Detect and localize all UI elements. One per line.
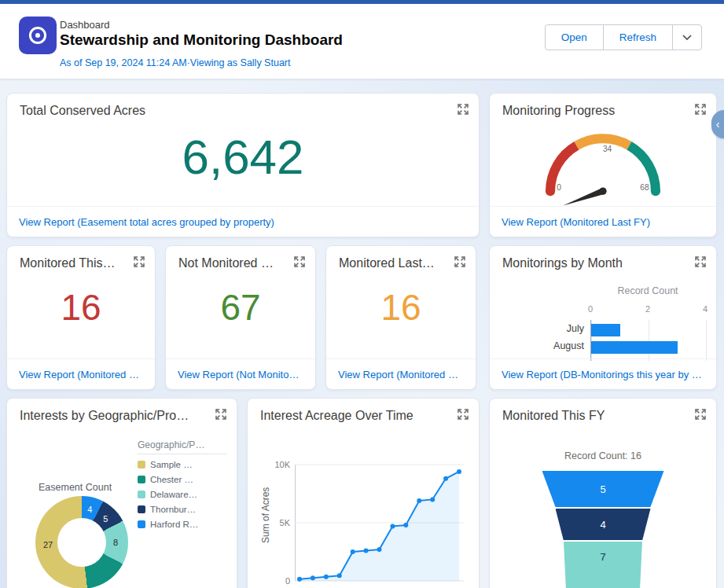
view-report-link[interactable]: View Report (Monitored … — [19, 369, 139, 380]
axis-tick: 10K — [274, 460, 290, 469]
card-total-conserved-acres: Total Conserved Acres 6,642 View Report … — [6, 93, 480, 237]
line-data-point[interactable] — [337, 573, 342, 578]
funnel-segment[interactable]: 4 — [556, 509, 651, 540]
bar-plot-area — [590, 320, 707, 361]
bar-axis-title: Record Count — [590, 285, 705, 296]
legend-label: Harford R… — [150, 520, 198, 529]
more-actions-button[interactable] — [672, 24, 702, 50]
line-data-point[interactable] — [430, 497, 435, 502]
expand-icon[interactable] — [458, 104, 469, 115]
expand-icon[interactable] — [695, 409, 706, 420]
bar-chart: Record Count 0 2 4 July August — [502, 285, 705, 361]
donut-value-label: 27 — [43, 540, 53, 549]
expand-icon[interactable] — [294, 256, 305, 267]
legend-label: Thornbur… — [150, 505, 196, 514]
bar-axis-ticks: 0 2 4 — [590, 304, 705, 315]
funnel-record-count: Record Count: 16 — [490, 450, 716, 461]
line-data-point[interactable] — [311, 575, 315, 580]
line-data-point[interactable] — [324, 575, 329, 579]
bar-july[interactable] — [591, 324, 620, 336]
legend-item[interactable]: Chester … — [138, 475, 227, 484]
dashboard-gauge-icon — [27, 24, 49, 46]
view-report-link[interactable]: View Report (DB-Monitorings this year by… — [502, 369, 702, 380]
legend-title: Geographic/P… — [138, 439, 227, 454]
view-report-link[interactable]: View Report (Easement total acres groupe… — [19, 216, 274, 228]
view-report-link[interactable]: View Report (Monitored Last FY) — [502, 216, 650, 228]
legend-item[interactable]: Harford R… — [138, 520, 227, 529]
series-label: Easement Count — [39, 482, 112, 493]
object-type-label: Dashboard — [60, 19, 110, 31]
line-data-point[interactable] — [297, 577, 302, 582]
line-data-point[interactable] — [457, 469, 461, 474]
refresh-button[interactable]: Refresh — [603, 24, 673, 50]
legend-item[interactable]: Thornbur… — [138, 505, 227, 514]
line-data-point[interactable] — [364, 549, 369, 553]
metric-value: 6,642 — [7, 129, 479, 185]
card-title: Total Conserved Acres — [20, 104, 145, 118]
metric-value: 16 — [326, 286, 476, 329]
metric-value: 16 — [7, 286, 155, 329]
axis-tick: 2 — [645, 304, 650, 314]
view-report-link[interactable]: View Report (Not Monito… — [178, 369, 299, 380]
funnel-segment[interactable]: 7 — [564, 542, 642, 588]
axis-tick: 0 — [588, 304, 593, 314]
expand-icon[interactable] — [215, 409, 226, 420]
gauge-min-label: 0 — [557, 183, 561, 192]
dashboard-subtitle[interactable]: As of Sep 19, 2024 11:24 AM·Viewing as S… — [60, 57, 290, 68]
funnel-value-label: 4 — [600, 519, 605, 531]
chevron-down-icon — [682, 35, 692, 40]
legend-swatch — [138, 476, 145, 483]
expand-icon[interactable] — [458, 409, 469, 420]
line-area-fill — [300, 472, 459, 581]
card-title: Monitoring Progress — [502, 104, 615, 118]
view-report-link[interactable]: View Report (Monitored … — [338, 369, 458, 380]
card-title: Interest Acreage Over Time — [260, 409, 413, 423]
open-button[interactable]: Open — [545, 24, 604, 50]
page-title: Stewardship and Monitoring Dashboard — [60, 31, 343, 49]
card-monitoring-progress: Monitoring Progress 0 34 68 View Report … — [489, 93, 717, 237]
line-data-point[interactable] — [417, 498, 421, 503]
card-monitored-this-fy-funnel: Monitored This FY Record Count: 16 5 4 7 — [489, 398, 717, 588]
interests-donut[interactable]: 45827 — [35, 496, 128, 588]
dashboard-header: Dashboard Stewardship and Monitoring Das… — [0, 4, 724, 79]
card-title: Monitorings by Month — [502, 256, 623, 270]
line-data-point[interactable] — [377, 547, 382, 552]
dashboard-page: Dashboard Stewardship and Monitoring Das… — [0, 0, 724, 588]
funnel-value-label: 7 — [600, 551, 605, 563]
y-axis-ticks: 10K 5K 0 — [265, 460, 290, 586]
legend-label: Delaware… — [150, 490, 197, 499]
funnel-value-label: 5 — [600, 483, 605, 495]
gauge-max-label: 68 — [640, 183, 649, 192]
donut-legend: Geographic/P… Sample …Chester …Delaware…… — [138, 439, 227, 535]
line-data-point[interactable] — [390, 524, 395, 528]
metric-value: 67 — [166, 286, 315, 329]
gauge-mid-label: 34 — [603, 145, 612, 153]
expand-icon[interactable] — [134, 256, 145, 267]
card-title: Interests by Geographic/Pro… — [20, 409, 189, 423]
line-data-point[interactable] — [351, 549, 355, 554]
legend-item[interactable]: Delaware… — [138, 490, 227, 499]
card-monitored-this-fy: Monitored This… 16 View Report (Monitore… — [6, 245, 156, 390]
expand-icon[interactable] — [695, 256, 706, 267]
interests-legend-items: Sample …Chester …Delaware…Thornbur…Harfo… — [138, 460, 227, 529]
legend-swatch — [138, 520, 145, 528]
line-data-point[interactable] — [403, 523, 408, 527]
acreage-line-svg — [295, 460, 464, 586]
card-monitorings-by-month: Monitorings by Month Record Count 0 2 4 … — [489, 245, 717, 390]
axis-tick: 5K — [280, 518, 290, 527]
line-data-point[interactable] — [443, 476, 448, 481]
expand-icon[interactable] — [454, 256, 465, 267]
gauge-segment-low — [550, 145, 576, 191]
card-title: Not Monitored … — [178, 256, 274, 270]
dashboard-app-icon — [19, 17, 57, 54]
card-title: Monitored This FY — [502, 409, 605, 423]
legend-item[interactable]: Sample … — [138, 460, 227, 469]
bar-august[interactable] — [591, 341, 678, 354]
expand-icon[interactable] — [695, 104, 706, 115]
bar-category-label: August — [502, 340, 584, 351]
funnel-segment[interactable]: 5 — [542, 471, 664, 507]
bar-category-label: July — [502, 323, 584, 334]
legend-label: Chester … — [150, 475, 193, 484]
card-title: Monitored Last… — [339, 256, 435, 270]
legend-swatch — [138, 491, 145, 498]
